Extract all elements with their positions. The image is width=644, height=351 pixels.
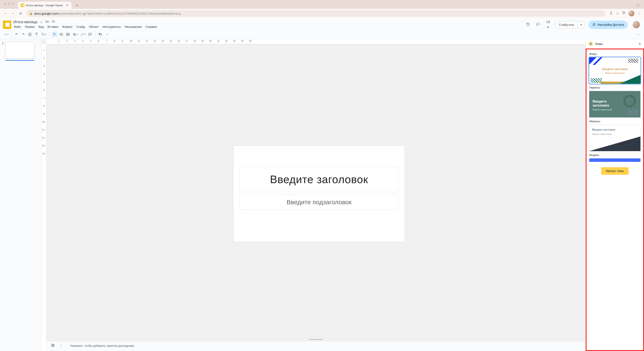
canvas-zone: 1234567891011121314151617181920212223242… bbox=[42, 39, 586, 351]
shape-tool[interactable]: ▾ bbox=[72, 31, 78, 37]
theme-card-shift[interactable]: Введите заголовок Введите подзаголовок bbox=[589, 91, 641, 118]
theme-name: Перенос bbox=[590, 86, 641, 89]
history-icon[interactable] bbox=[525, 23, 531, 27]
window-controls[interactable] bbox=[4, 3, 15, 5]
slideshow-dropdown[interactable]: ▼ bbox=[578, 21, 584, 28]
account-avatar[interactable] bbox=[633, 21, 640, 28]
font-family-dd[interactable]: ▾ bbox=[104, 31, 110, 37]
traffic-light-max[interactable] bbox=[12, 3, 15, 5]
menu-extensions[interactable]: Расширения bbox=[124, 25, 142, 29]
tabs-dropdown-icon[interactable]: ⌄ bbox=[636, 3, 640, 8]
tab-title: Итоги месяца - Google Презе bbox=[26, 4, 63, 7]
filmstrip[interactable]: 1 bbox=[0, 39, 40, 351]
themes-panel: Темы ✕ Фокус Введите заголовок Введите п… bbox=[586, 39, 644, 351]
theme-card-momentum[interactable]: Введите заголовок Введите подзаголовок bbox=[589, 125, 641, 151]
line-tool[interactable]: ▾ bbox=[80, 31, 86, 37]
import-theme-button[interactable]: Импорт темы bbox=[601, 167, 628, 175]
move-to-folder-icon[interactable] bbox=[45, 20, 49, 24]
menu-view[interactable]: Вид bbox=[38, 25, 44, 29]
omnibox[interactable]: 🔒 docs.google.com/presentation/d/1-qp78z… bbox=[26, 10, 606, 17]
new-tab-button[interactable]: ＋ bbox=[74, 2, 80, 8]
cloud-status-icon[interactable] bbox=[52, 20, 55, 24]
menu-tools[interactable]: Инструменты bbox=[103, 25, 121, 29]
svg-point-1 bbox=[42, 33, 44, 35]
slideshow-button[interactable]: Слайд-шоу bbox=[555, 21, 578, 28]
share-page-icon[interactable] bbox=[609, 11, 613, 16]
svg-rect-0 bbox=[593, 24, 595, 26]
document-title[interactable]: Итоги месяца bbox=[14, 20, 37, 24]
paint-format-button[interactable] bbox=[34, 31, 40, 37]
menu-help[interactable]: Справка bbox=[145, 25, 157, 29]
theme-name: Модель bbox=[590, 153, 641, 157]
traffic-light-min[interactable] bbox=[8, 3, 10, 5]
collapse-filmstrip-icon[interactable]: 〈 bbox=[58, 344, 62, 348]
filmstrip-resize-handle[interactable] bbox=[40, 39, 42, 351]
star-icon[interactable]: ☆ bbox=[40, 20, 43, 24]
app-area: Итоги месяца ☆ Файл Правка Вид Вставка Ф… bbox=[0, 18, 644, 351]
svg-rect-7 bbox=[52, 344, 53, 345]
palette-icon bbox=[588, 42, 593, 46]
reload-button[interactable]: ⟳ bbox=[17, 10, 24, 17]
extensions-icon[interactable] bbox=[622, 11, 626, 16]
image-tool[interactable] bbox=[65, 31, 71, 37]
browser-chrome: Итоги месяца - Google Презе ✕ ＋ ⌄ ← → ⟳ … bbox=[0, 0, 644, 18]
back-button[interactable]: ← bbox=[2, 10, 9, 17]
slide-stage[interactable]: Введите заголовок Введите подзаголовок bbox=[46, 44, 586, 339]
browser-tab[interactable]: Итоги месяца - Google Презе ✕ bbox=[18, 2, 72, 9]
address-bar: ← → ⟳ 🔒 docs.google.com/presentation/d/1… bbox=[0, 9, 644, 18]
menu-slide[interactable]: Слайд bbox=[76, 25, 85, 29]
textbox-tool[interactable] bbox=[58, 31, 64, 37]
svg-rect-10 bbox=[53, 346, 54, 347]
undo-button[interactable]: ↶ bbox=[14, 31, 20, 37]
url-text: docs.google.com/presentation/d/1-qp78zwC… bbox=[34, 12, 181, 15]
tab-strip: Итоги месяца - Google Презе ✕ ＋ ⌄ bbox=[0, 1, 644, 9]
font-family-display[interactable]: Рy bbox=[98, 31, 103, 37]
theme-name: Импульс bbox=[590, 120, 641, 123]
themes-panel-title: Темы bbox=[595, 42, 603, 46]
collapse-toolbar-icon[interactable]: ︿ bbox=[637, 33, 640, 36]
comments-icon[interactable] bbox=[535, 23, 541, 27]
theme-card-focus[interactable]: Введите заголовок Введите подзаголовок bbox=[589, 57, 641, 84]
toolbar: ＋▾ ↶ ↷ ▾ ▾ ▾ Рy▾ ︿ bbox=[0, 30, 644, 39]
traffic-light-close[interactable] bbox=[4, 3, 6, 5]
app-header: Итоги месяца ☆ Файл Правка Вид Вставка Ф… bbox=[0, 18, 644, 30]
header-actions: ▾ Слайд-шоу ▼ Настройки Доступа bbox=[525, 20, 640, 29]
menu-format[interactable]: Формат bbox=[62, 25, 72, 29]
menu-edit[interactable]: Правка bbox=[25, 25, 34, 29]
slides-logo-icon[interactable] bbox=[3, 21, 11, 29]
svg-rect-6 bbox=[74, 34, 76, 36]
slide-thumbnail[interactable] bbox=[5, 42, 34, 58]
comment-tool[interactable] bbox=[87, 31, 93, 37]
slide-subtitle-placeholder[interactable]: Введите подзаголовок bbox=[240, 195, 398, 210]
menu-file[interactable]: Файл bbox=[14, 25, 21, 29]
print-button[interactable] bbox=[27, 31, 33, 37]
browser-action-icons: ☆ ⋮ bbox=[608, 11, 642, 16]
lock-icon bbox=[592, 23, 596, 27]
redo-button[interactable]: ↷ bbox=[20, 31, 26, 37]
profile-avatar[interactable] bbox=[628, 11, 634, 16]
speaker-notes-bar: 〈 Нажмите, чтобы добавить заметки доклад… bbox=[46, 341, 586, 351]
themes-list-highlighted: Фокус Введите заголовок Введите подзагол… bbox=[586, 49, 644, 351]
bookmark-icon[interactable]: ☆ bbox=[616, 12, 619, 16]
close-tab-icon[interactable]: ✕ bbox=[66, 4, 68, 7]
svg-point-5 bbox=[73, 33, 75, 35]
select-tool[interactable] bbox=[52, 31, 58, 37]
present-meet-icon[interactable]: ▾ bbox=[545, 20, 551, 29]
zoom-button[interactable]: ▾ bbox=[40, 31, 47, 37]
share-button[interactable]: Настройки Доступа bbox=[588, 21, 628, 29]
share-label: Настройки Доступа bbox=[598, 23, 624, 26]
notes-resize-handle[interactable] bbox=[308, 339, 323, 340]
notes-placeholder[interactable]: Нажмите, чтобы добавить заметки докладчи… bbox=[70, 344, 581, 347]
grid-view-icon[interactable] bbox=[51, 343, 55, 348]
slide-title-placeholder[interactable]: Введите заголовок bbox=[240, 167, 398, 192]
close-panel-icon[interactable]: ✕ bbox=[638, 42, 641, 46]
new-slide-button[interactable]: ＋▾ bbox=[3, 31, 9, 37]
svg-rect-9 bbox=[52, 346, 53, 347]
menu-insert[interactable]: Вставка bbox=[48, 25, 58, 29]
forward-button[interactable]: → bbox=[10, 10, 16, 17]
theme-card-model[interactable] bbox=[589, 158, 641, 162]
svg-rect-3 bbox=[66, 33, 70, 36]
browser-menu-icon[interactable]: ⋮ bbox=[637, 12, 641, 16]
slide-canvas[interactable]: Введите заголовок Введите подзаголовок bbox=[233, 146, 405, 242]
menu-object[interactable]: Объект bbox=[89, 25, 99, 29]
